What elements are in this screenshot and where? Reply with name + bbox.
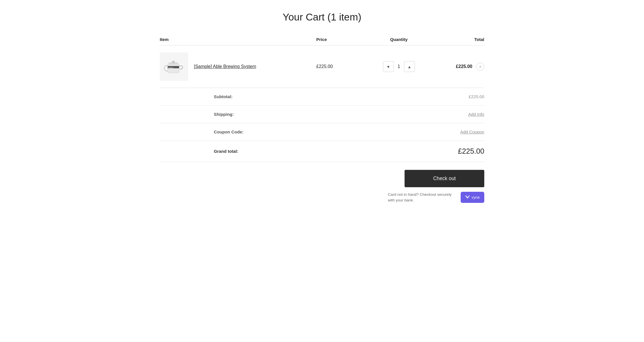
product-image-svg: DEMO — [163, 55, 185, 78]
grand-total-value: £225.00 — [322, 147, 484, 155]
quantity-increase-button[interactable]: ▴ — [404, 61, 415, 72]
item-total-cell: £225.00 × — [427, 63, 484, 71]
quantity-decrease-button[interactable]: ▾ — [383, 61, 394, 72]
subtotal-value: £225.00 — [322, 94, 484, 99]
header-price: Price — [313, 37, 370, 42]
page-title: Your Cart (1 item) — [160, 11, 484, 23]
vyne-checkmark-icon — [465, 195, 470, 200]
vyne-label: vyne — [471, 195, 480, 199]
subtotal-label: Subtotal: — [160, 94, 322, 99]
subtotal-row: Subtotal: £225.00 — [160, 88, 484, 106]
svg-rect-2 — [172, 61, 175, 63]
item-total-value: £225.00 — [456, 64, 472, 69]
cart-summary: Subtotal: £225.00 Shipping: Add Info Cou… — [160, 88, 484, 162]
vyne-area: Card not in hand? Checkout securely with… — [388, 192, 484, 203]
close-icon: × — [479, 65, 481, 69]
shipping-label: Shipping: — [160, 112, 322, 117]
vyne-button[interactable]: vyne — [461, 192, 484, 203]
quantity-cell: ▾ 1 ▴ — [370, 61, 427, 72]
chevron-down-icon: ▾ — [387, 64, 389, 69]
add-coupon-link[interactable]: Add Coupon — [322, 129, 484, 134]
checkout-button[interactable]: Check out — [405, 170, 484, 187]
coupon-row: Coupon Code: Add Coupon — [160, 123, 484, 141]
item-cell: DEMO [Sample] Able Brewing System — [160, 52, 313, 81]
header-total: Total — [427, 37, 484, 42]
grand-total-row: Grand total: £225.00 — [160, 141, 484, 162]
table-row: DEMO [Sample] Able Brewing System £225.0… — [160, 46, 484, 88]
grand-total-label: Grand total: — [160, 149, 322, 154]
remove-item-button[interactable]: × — [476, 63, 484, 71]
header-item: Item — [160, 37, 313, 42]
add-shipping-link[interactable]: Add Info — [322, 112, 484, 117]
vyne-description: Card not in hand? Checkout securely with… — [388, 192, 456, 203]
cart-table-header: Item Price Quantity Total — [160, 37, 484, 46]
chevron-up-icon: ▴ — [408, 64, 411, 69]
page-wrapper: Your Cart (1 item) Item Price Quantity T… — [151, 0, 493, 220]
shipping-row: Shipping: Add Info — [160, 106, 484, 123]
checkout-area: Check out Card not in hand? Checkout sec… — [160, 170, 484, 203]
coupon-label: Coupon Code: — [160, 129, 322, 134]
header-quantity: Quantity — [370, 37, 427, 42]
quantity-value: 1 — [396, 64, 402, 69]
item-price: £225.00 — [313, 64, 370, 69]
product-name-link[interactable]: [Sample] Able Brewing System — [194, 64, 256, 69]
product-image: DEMO — [160, 52, 188, 81]
svg-text:DEMO: DEMO — [168, 67, 173, 69]
